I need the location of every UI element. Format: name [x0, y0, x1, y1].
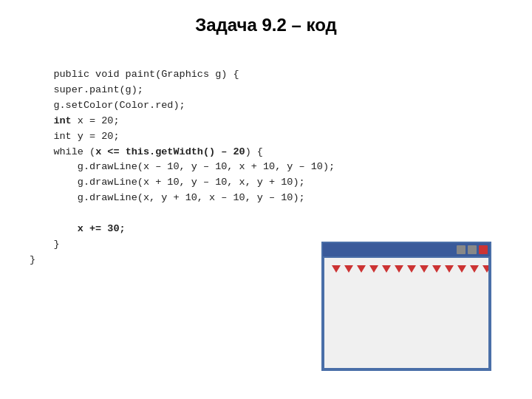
close-button[interactable]	[479, 245, 488, 254]
code-line-6-pre: while (	[30, 146, 95, 157]
code-line-2: super.paint(g);	[30, 84, 143, 95]
code-line-7: g.drawLine(x – 10, y – 10, x + 10, y – 1…	[30, 161, 335, 172]
maximize-button[interactable]	[468, 245, 477, 254]
code-line-6-post: ) {	[245, 146, 263, 157]
page: Задача 9.2 – код public void paint(Graph…	[0, 0, 532, 399]
triangle-icon	[457, 265, 466, 273]
window-content	[323, 256, 490, 369]
triangle-icon	[332, 265, 341, 273]
code-line-12: }	[30, 239, 60, 250]
code-line-4-bold: int	[53, 115, 71, 126]
code-line-8: g.drawLine(x + 10, y – 10, x, y + 10);	[30, 177, 305, 188]
triangle-icon	[382, 265, 391, 273]
triangle-icon	[344, 265, 353, 273]
triangle-icon	[407, 265, 416, 273]
triangle-icon	[369, 265, 378, 273]
triangle-icon	[482, 265, 490, 273]
code-line-11-bold: x += 30;	[78, 223, 126, 234]
code-line-5: int y = 20;	[30, 131, 120, 142]
triangle-icon	[470, 265, 479, 273]
code-line-1: public void paint(Graphics g) {	[53, 69, 239, 80]
window-titlebar	[323, 243, 490, 256]
triangle-icon	[395, 265, 403, 273]
triangle-icon	[420, 265, 429, 273]
code-line-9: g.drawLine(x, y + 10, x – 10, y – 10);	[30, 192, 305, 203]
code-line-4-rest: x = 20;	[72, 115, 120, 126]
triangles-row	[327, 262, 485, 276]
code-line-13: }	[30, 254, 35, 265]
triangle-icon	[445, 265, 454, 273]
code-line-6-bold: x <= this.getWidth() – 20	[95, 146, 245, 157]
triangle-icon	[432, 265, 441, 273]
triangle-icon	[357, 265, 366, 273]
code-line-3: g.setColor(Color.red);	[30, 100, 185, 111]
page-title: Задача 9.2 – код	[30, 15, 502, 35]
minimize-button[interactable]	[457, 245, 466, 254]
preview-window	[321, 242, 491, 371]
